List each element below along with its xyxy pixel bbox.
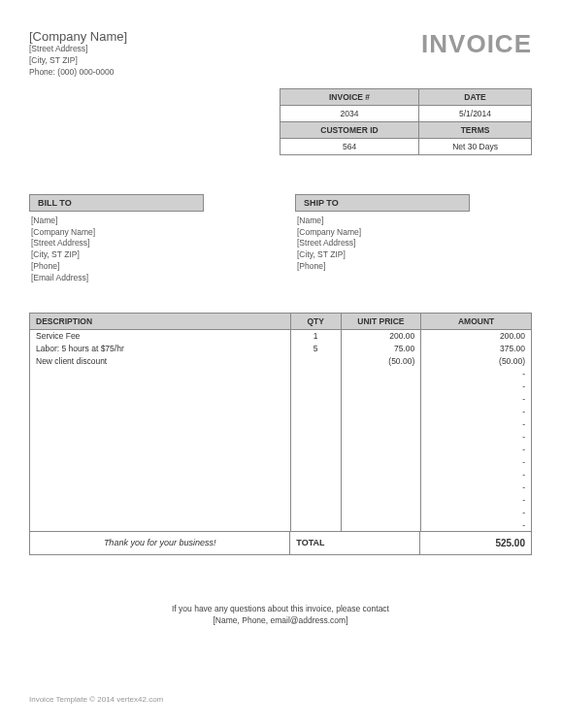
company-name: [Company Name] [29,29,127,44]
cell-qty [290,519,341,532]
cell-qty [290,444,341,456]
cell-amount: - [421,456,532,469]
invoice-meta-table: INVOICE # DATE 2034 5/1/2014 CUSTOMER ID… [280,88,532,155]
cell-qty [290,431,341,444]
cell-qty [290,494,341,507]
bill-to-line: [Company Name] [31,227,264,239]
line-item-row: - [30,418,532,431]
cell-description [30,431,291,444]
footer-contact-line2: [Name, Phone, email@address.com] [29,615,532,627]
cell-qty [290,469,341,481]
cell-unit-price [341,494,421,507]
cell-amount: - [421,381,532,393]
col-description: DESCRIPTION [30,314,291,330]
footer-contact-line1: If you have any questions about this inv… [29,604,532,615]
terms-value: Net 30 Days [419,138,532,154]
cell-amount: - [421,519,532,532]
line-item-row: - [30,406,532,418]
date-value: 5/1/2014 [419,105,532,121]
col-qty: QTY [290,314,341,330]
ship-to-line: [Name] [297,215,530,227]
col-amount: AMOUNT [421,314,532,330]
total-value: 525.00 [420,532,531,554]
line-item-row: - [30,444,532,456]
cell-qty [290,481,341,494]
cell-description [30,507,291,519]
cell-qty: 1 [290,330,341,343]
cell-unit-price [341,406,421,418]
cell-amount: - [421,481,532,494]
cell-description: Labor: 5 hours at $75/hr [30,343,291,355]
bill-to-line: [Name] [31,215,264,227]
cell-amount: 375.00 [421,343,532,355]
cell-unit-price: 75.00 [341,343,421,355]
cell-description [30,368,291,381]
line-item-row: Service Fee1200.00200.00 [30,330,532,343]
line-item-row: - [30,494,532,507]
terms-header: TERMS [419,121,532,138]
ship-to-header: SHIP TO [295,194,470,212]
cell-amount: - [421,368,532,381]
line-item-row: - [30,469,532,481]
ship-to-section: SHIP TO [Name][Company Name][Street Addr… [295,194,532,288]
cell-description [30,381,291,393]
customer-id-value: 564 [280,138,419,154]
bill-to-section: BILL TO [Name][Company Name][Street Addr… [29,194,266,288]
line-item-row: - [30,507,532,519]
cell-amount: - [421,469,532,481]
bill-to-line: [City, ST ZIP] [31,249,264,261]
line-item-row: - [30,519,532,532]
cell-qty: 5 [290,343,341,355]
cell-qty [290,418,341,431]
cell-qty [290,393,341,406]
line-items-table: DESCRIPTION QTY UNIT PRICE AMOUNT Servic… [29,313,532,532]
line-item-row: Labor: 5 hours at $75/hr575.00375.00 [30,343,532,355]
line-item-row: - [30,393,532,406]
cell-unit-price: (50.00) [341,355,421,368]
cell-unit-price [341,418,421,431]
cell-unit-price [341,481,421,494]
ship-to-line: [City, ST ZIP] [297,249,530,261]
cell-description [30,481,291,494]
company-city: [City, ST ZIP] [29,55,127,67]
cell-qty [290,368,341,381]
copyright: Invoice Template © 2014 vertex42.com [29,695,163,704]
cell-unit-price [341,507,421,519]
ship-to-line: [Street Address] [297,238,530,249]
cell-qty [290,456,341,469]
cell-amount: - [421,418,532,431]
cell-description [30,393,291,406]
ship-to-line: [Phone] [297,261,530,273]
cell-description [30,494,291,507]
total-label: TOTAL [290,532,420,554]
cell-description: New client discount [30,355,291,368]
col-unit-price: UNIT PRICE [341,314,421,330]
cell-description [30,469,291,481]
bill-to-line: [Email Address] [31,273,264,284]
company-phone: Phone: (000) 000-0000 [29,67,127,79]
customer-id-header: CUSTOMER ID [280,121,419,138]
cell-unit-price [341,431,421,444]
invoice-title: INVOICE [421,29,532,59]
thank-you-message: Thank you for your business! [30,532,290,554]
cell-description: Service Fee [30,330,291,343]
cell-unit-price [341,456,421,469]
date-header: DATE [419,88,532,105]
cell-description [30,444,291,456]
cell-qty [290,507,341,519]
cell-qty [290,406,341,418]
line-item-row: - [30,456,532,469]
cell-unit-price [341,469,421,481]
cell-description [30,519,291,532]
bill-to-header: BILL TO [29,194,204,212]
cell-amount: - [421,431,532,444]
line-item-row: New client discount(50.00)(50.00) [30,355,532,368]
cell-unit-price: 200.00 [341,330,421,343]
line-item-row: - [30,368,532,381]
invoice-number-header: INVOICE # [280,88,419,105]
cell-amount: (50.00) [421,355,532,368]
cell-description [30,456,291,469]
ship-to-line: [Company Name] [297,227,530,239]
cell-description [30,406,291,418]
cell-amount: - [421,393,532,406]
